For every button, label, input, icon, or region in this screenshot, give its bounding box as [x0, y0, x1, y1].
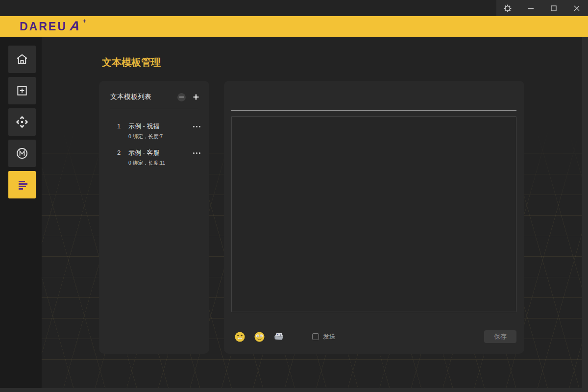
main-content: 文本模板管理 文本模板列表 1 示例 - 祝福	[0, 37, 582, 388]
app-window: DAREU A +	[0, 0, 588, 392]
minimize-button[interactable]	[527, 4, 535, 12]
template-more-button[interactable]	[193, 149, 200, 157]
insert-keycap-button[interactable]	[273, 331, 285, 343]
maximize-icon	[550, 5, 557, 12]
template-name-input[interactable]	[231, 97, 516, 111]
sidebar-item-home[interactable]	[8, 46, 36, 73]
close-icon	[573, 5, 580, 12]
sidebar-item-add-device[interactable]	[8, 77, 36, 104]
macro-icon	[15, 147, 29, 160]
emoji-smile-icon	[254, 331, 265, 343]
remove-template-button[interactable]	[177, 93, 186, 101]
template-index: 1	[117, 122, 128, 140]
gear-icon	[504, 4, 512, 12]
minimize-icon	[527, 5, 534, 12]
sidebar-item-text-template[interactable]	[8, 171, 36, 198]
editor-toolbar: 发送 保存	[231, 328, 516, 345]
template-list: 1 示例 - 祝福 0 绑定，长度:7 2 示例 - 客服 0 绑定，长度:11	[99, 118, 209, 171]
sidebar	[0, 37, 42, 388]
insert-emoji-button[interactable]	[234, 331, 245, 343]
send-label: 发送	[323, 332, 336, 341]
settings-button[interactable]	[504, 4, 512, 12]
list-divider	[110, 109, 198, 109]
home-icon	[15, 52, 29, 66]
add-device-icon	[16, 84, 28, 97]
template-name: 示例 - 客服	[128, 149, 193, 157]
template-list-item[interactable]: 2 示例 - 客服 0 绑定，长度:11	[99, 145, 209, 171]
template-name: 示例 - 祝福	[128, 122, 193, 130]
template-meta: 0 绑定，长度:11	[128, 160, 193, 166]
insert-emoticon-button[interactable]	[253, 331, 265, 343]
titlebar	[0, 0, 588, 16]
page-title: 文本模板管理	[102, 56, 161, 69]
template-list-header: 文本模板列表	[110, 93, 199, 101]
brand-name: DAREU	[20, 20, 67, 33]
sidebar-item-macro[interactable]	[8, 140, 36, 167]
brand-bar: DAREU A +	[0, 16, 588, 37]
template-more-button[interactable]	[193, 122, 200, 130]
close-button[interactable]	[573, 4, 581, 12]
text-template-icon	[15, 178, 29, 192]
keycap-icon	[273, 330, 285, 343]
template-editor-panel: 发送 保存	[224, 81, 524, 354]
send-checkbox[interactable]	[312, 333, 319, 340]
send-option: 发送	[312, 332, 336, 341]
dareu-logo: DAREU A +	[20, 20, 85, 34]
template-list-item[interactable]: 1 示例 - 祝福 0 绑定，长度:7	[99, 118, 209, 145]
template-list-panel: 文本模板列表 1 示例 - 祝福 0 绑定，长度:7	[99, 81, 209, 354]
brand-a-plus-mark: A +	[70, 20, 85, 34]
plus-icon	[193, 94, 199, 100]
save-button[interactable]: 保存	[484, 330, 516, 343]
template-list-title: 文本模板列表	[110, 93, 177, 101]
add-template-button[interactable]	[192, 94, 199, 101]
emoji-grin-icon	[234, 331, 245, 343]
window-controls	[496, 0, 588, 16]
dpi-move-icon	[15, 115, 29, 129]
template-index: 2	[117, 149, 128, 166]
sidebar-item-dpi[interactable]	[8, 108, 36, 136]
template-meta: 0 绑定，长度:7	[128, 133, 193, 140]
maximize-button[interactable]	[550, 4, 558, 12]
minus-icon	[179, 97, 184, 98]
template-content-textarea[interactable]	[231, 116, 516, 312]
